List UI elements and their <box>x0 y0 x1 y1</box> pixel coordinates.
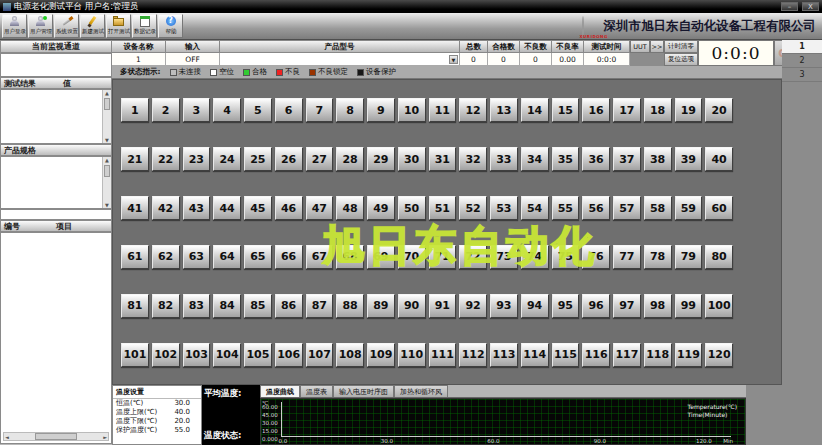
channel-button-93[interactable]: 93 <box>490 294 518 318</box>
channel-button-100[interactable]: 100 <box>705 294 733 318</box>
channel-button-58[interactable]: 58 <box>644 196 672 220</box>
channel-button-76[interactable]: 76 <box>582 245 610 269</box>
channel-button-77[interactable]: 77 <box>613 245 641 269</box>
channel-button-40[interactable]: 40 <box>705 147 733 171</box>
item-list[interactable]: ◄► <box>0 232 112 444</box>
channel-button-29[interactable]: 29 <box>367 147 395 171</box>
reset-options-button[interactable]: 复位选项 <box>664 53 698 66</box>
channel-button-64[interactable]: 64 <box>213 245 241 269</box>
channel-button-46[interactable]: 46 <box>275 196 303 220</box>
channel-button-39[interactable]: 39 <box>675 147 703 171</box>
channel-button-27[interactable]: 27 <box>306 147 334 171</box>
toolbar-button-new-test[interactable]: 新建测试 <box>80 14 105 38</box>
channel-button-31[interactable]: 31 <box>429 147 457 171</box>
channel-button-110[interactable]: 110 <box>398 343 426 367</box>
channel-button-1[interactable]: 1 <box>121 98 149 122</box>
channel-button-59[interactable]: 59 <box>675 196 703 220</box>
channel-button-5[interactable]: 5 <box>244 98 272 122</box>
channel-button-79[interactable]: 79 <box>675 245 703 269</box>
channel-button-17[interactable]: 17 <box>613 98 641 122</box>
channel-button-34[interactable]: 34 <box>521 147 549 171</box>
channel-button-36[interactable]: 36 <box>582 147 610 171</box>
channel-button-85[interactable]: 85 <box>244 294 272 318</box>
channel-button-107[interactable]: 107 <box>306 343 334 367</box>
channel-button-65[interactable]: 65 <box>244 245 272 269</box>
minimize-button[interactable]: – <box>781 2 798 11</box>
channel-button-120[interactable]: 120 <box>705 343 733 367</box>
chart-tab-4[interactable]: 加热和循环风 <box>394 385 448 397</box>
channel-button-32[interactable]: 32 <box>459 147 487 171</box>
channel-button-73[interactable]: 73 <box>490 245 518 269</box>
channel-button-102[interactable]: 102 <box>152 343 180 367</box>
chart-tab-2[interactable]: 温度表 <box>300 385 333 397</box>
channel-button-70[interactable]: 70 <box>398 245 426 269</box>
channel-button-63[interactable]: 63 <box>183 245 211 269</box>
channel-button-60[interactable]: 60 <box>705 196 733 220</box>
channel-button-115[interactable]: 115 <box>552 343 580 367</box>
channel-button-118[interactable]: 118 <box>644 343 672 367</box>
channel-button-66[interactable]: 66 <box>275 245 303 269</box>
channel-button-22[interactable]: 22 <box>152 147 180 171</box>
expand-button[interactable]: >> <box>650 40 664 53</box>
channel-button-33[interactable]: 33 <box>490 147 518 171</box>
channel-button-82[interactable]: 82 <box>152 294 180 318</box>
close-button[interactable]: X <box>802 2 819 11</box>
channel-button-11[interactable]: 11 <box>429 98 457 122</box>
channel-button-19[interactable]: 19 <box>675 98 703 122</box>
channel-button-80[interactable]: 80 <box>705 245 733 269</box>
channel-button-25[interactable]: 25 <box>244 147 272 171</box>
product-spec-list[interactable]: ▲▼ <box>0 156 112 209</box>
channel-button-92[interactable]: 92 <box>459 294 487 318</box>
channel-button-55[interactable]: 55 <box>552 196 580 220</box>
channel-button-10[interactable]: 10 <box>398 98 426 122</box>
channel-button-112[interactable]: 112 <box>459 343 487 367</box>
channel-button-23[interactable]: 23 <box>183 147 211 171</box>
channel-button-116[interactable]: 116 <box>582 343 610 367</box>
product-model-select[interactable]: ▼ <box>220 53 460 66</box>
channel-button-13[interactable]: 13 <box>490 98 518 122</box>
test-result-scrollbar[interactable]: ▲▼ <box>102 90 111 143</box>
toolbar-button-user-manage[interactable]: 用户管理 <box>28 14 53 38</box>
channel-button-81[interactable]: 81 <box>121 294 149 318</box>
device-page-tab-2[interactable]: 2 <box>782 54 822 68</box>
channel-button-88[interactable]: 88 <box>336 294 364 318</box>
channel-button-97[interactable]: 97 <box>613 294 641 318</box>
channel-button-3[interactable]: 3 <box>183 98 211 122</box>
channel-button-119[interactable]: 119 <box>675 343 703 367</box>
chart-tab-1[interactable]: 温度曲线 <box>260 385 300 397</box>
channel-button-106[interactable]: 106 <box>275 343 303 367</box>
channel-button-20[interactable]: 20 <box>705 98 733 122</box>
channel-button-91[interactable]: 91 <box>429 294 457 318</box>
test-result-list[interactable]: ▲▼ <box>0 89 112 144</box>
channel-button-75[interactable]: 75 <box>552 245 580 269</box>
channel-button-15[interactable]: 15 <box>552 98 580 122</box>
channel-button-41[interactable]: 41 <box>121 196 149 220</box>
timer-clear-button[interactable]: 计时清零 <box>664 40 698 53</box>
toolbar-button-open-test[interactable]: 打开测试 <box>106 14 131 38</box>
channel-button-90[interactable]: 90 <box>398 294 426 318</box>
channel-button-49[interactable]: 49 <box>367 196 395 220</box>
channel-button-16[interactable]: 16 <box>582 98 610 122</box>
channel-button-44[interactable]: 44 <box>213 196 241 220</box>
channel-button-98[interactable]: 98 <box>644 294 672 318</box>
channel-button-52[interactable]: 52 <box>459 196 487 220</box>
channel-button-113[interactable]: 113 <box>490 343 518 367</box>
channel-button-95[interactable]: 95 <box>552 294 580 318</box>
channel-button-67[interactable]: 67 <box>306 245 334 269</box>
channel-button-14[interactable]: 14 <box>521 98 549 122</box>
channel-button-111[interactable]: 111 <box>429 343 457 367</box>
channel-button-45[interactable]: 45 <box>244 196 272 220</box>
channel-button-18[interactable]: 18 <box>644 98 672 122</box>
toolbar-button-user-login[interactable]: 用户登录 <box>2 14 27 38</box>
channel-button-83[interactable]: 83 <box>183 294 211 318</box>
channel-button-104[interactable]: 104 <box>213 343 241 367</box>
monitor-channel-list[interactable] <box>0 53 112 77</box>
channel-button-9[interactable]: 9 <box>367 98 395 122</box>
product-spec-scrollbar[interactable]: ▲▼ <box>102 157 111 208</box>
channel-button-117[interactable]: 117 <box>613 343 641 367</box>
channel-button-35[interactable]: 35 <box>552 147 580 171</box>
chevron-down-icon[interactable]: ▼ <box>449 55 458 64</box>
channel-button-114[interactable]: 114 <box>521 343 549 367</box>
channel-button-2[interactable]: 2 <box>152 98 180 122</box>
channel-button-6[interactable]: 6 <box>275 98 303 122</box>
